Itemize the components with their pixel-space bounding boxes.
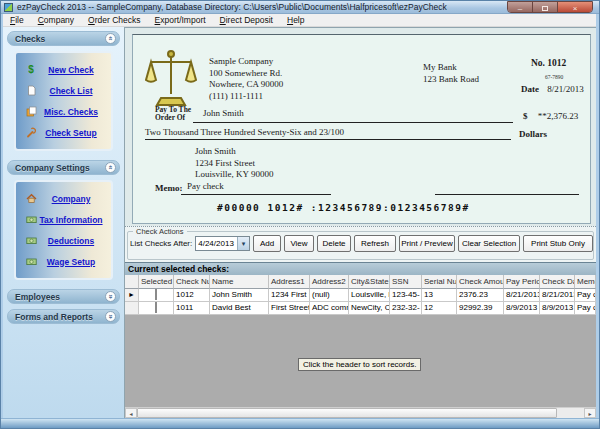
refresh-button[interactable]: Refresh xyxy=(354,235,396,252)
expand-chevron-icon[interactable]: « xyxy=(105,311,116,322)
column-header-pay-period[interactable]: Pay Period xyxy=(504,275,540,289)
cell-serial-num: 13 xyxy=(422,289,457,302)
selected-cell[interactable] xyxy=(139,289,174,302)
sidebar-item-new-check[interactable]: $New Check xyxy=(16,59,111,80)
list-checks-after-label: List Checks After: xyxy=(130,239,192,248)
column-header-check-dat[interactable]: Check Dat xyxy=(540,275,575,289)
cell-check-amount: 2376.23 xyxy=(457,289,504,302)
date-label: Date xyxy=(521,84,539,94)
collapse-chevron-icon[interactable]: « xyxy=(105,162,116,173)
memo-line: Pay check xyxy=(181,181,331,195)
add-button[interactable]: Add xyxy=(253,235,281,252)
sidebar-item-label: Misc. Checks xyxy=(37,107,111,117)
column-header-ssn[interactable]: SSN xyxy=(390,275,422,289)
scroll-left-icon[interactable]: ◂ xyxy=(125,408,137,418)
cell-check-amount: 92992.39 xyxy=(457,302,504,315)
menu-file[interactable]: File xyxy=(3,14,31,27)
column-header-selected[interactable]: Selected xyxy=(139,275,174,289)
table-row[interactable]: 1011David BestFirst StreetADC commNewCit… xyxy=(125,302,596,315)
close-button[interactable]: × xyxy=(558,2,592,13)
list-after-date-dropdown[interactable]: 4/24/2013 ▾ xyxy=(195,236,250,251)
print-preview-button[interactable]: Print / Preview xyxy=(399,235,455,252)
menu-company[interactable]: Company xyxy=(31,14,81,27)
view-button[interactable]: View xyxy=(284,235,314,252)
wrench-icon xyxy=(25,127,37,138)
collapse-chevron-icon[interactable]: « xyxy=(105,33,116,44)
bank-fraction: 67-7890 xyxy=(545,74,563,80)
amount-value: **2,376.23 xyxy=(538,111,579,121)
document-icon xyxy=(25,85,37,96)
row-indicator-cell xyxy=(125,302,139,315)
sidebar-item-misc-checks[interactable]: Misc. Checks xyxy=(16,101,111,122)
cell-check-nu: 1011 xyxy=(174,302,210,315)
sidebar-item-tax-information[interactable]: Tax Information xyxy=(16,209,111,230)
selected-cell[interactable] xyxy=(139,302,174,315)
amount-words-line: Two Thousand Three Hundred Seventy-Six a… xyxy=(145,127,511,140)
scrollbar-thumb[interactable] xyxy=(137,408,557,418)
scroll-right-icon[interactable]: ▸ xyxy=(584,408,596,418)
table-row[interactable]: ►1012John Smith1234 First St(null)Louisv… xyxy=(125,289,596,302)
delete-button[interactable]: Delete xyxy=(317,235,351,252)
horizontal-scrollbar[interactable]: ◂ ▸ xyxy=(125,407,596,418)
sidebar-item-wage-setup[interactable]: Wage Setup xyxy=(16,251,111,272)
column-header-serial-num[interactable]: Serial Num xyxy=(422,275,457,289)
sidebar-section-checks[interactable]: Checks« xyxy=(7,31,120,46)
maximize-button[interactable] xyxy=(533,2,558,13)
cell-memo: Pay c xyxy=(575,289,596,302)
column-header-address2[interactable]: Address2 xyxy=(310,275,349,289)
sidebar-item-label: Tax Information xyxy=(37,215,111,225)
check-preview-wrap: Sample Company 100 Somewhere Rd. Nowhere… xyxy=(125,28,596,224)
payee-line: John Smith xyxy=(193,108,513,123)
column-header-name[interactable]: Name xyxy=(210,275,269,289)
minimize-button[interactable]: – xyxy=(508,2,533,13)
expand-chevron-icon[interactable]: « xyxy=(105,291,116,302)
row-indicator-header[interactable] xyxy=(125,275,139,289)
amount-numeric: $ **2,376.23 xyxy=(523,111,578,121)
row-checkbox[interactable] xyxy=(155,302,157,313)
scrollbar-track[interactable] xyxy=(557,408,584,418)
sidebar-item-check-setup[interactable]: Check Setup xyxy=(16,122,111,143)
cell-ssn: 123-45- xyxy=(390,289,422,302)
chevron-down-icon[interactable]: ▾ xyxy=(237,237,249,250)
menu-direct-deposit[interactable]: Direct Deposit xyxy=(213,14,280,27)
amount-words: Two Thousand Three Hundred Seventy-Six a… xyxy=(145,127,344,137)
sidebar-item-label: New Check xyxy=(37,65,111,75)
memo-label: Memo: xyxy=(155,183,182,193)
section-title: Employees xyxy=(15,292,105,302)
column-header-memo[interactable]: Memo xyxy=(575,275,596,289)
sidebar-section-employees[interactable]: Employees« xyxy=(7,289,120,304)
sidebar-section-forms-and-reports[interactable]: Forms and Reports« xyxy=(7,309,120,324)
grid-header-row: SelectedCheck NuNameAddress1Address2City… xyxy=(125,275,596,289)
dollar-icon: $ xyxy=(25,64,37,75)
print-stub-only-button[interactable]: Print Stub Only xyxy=(523,235,593,252)
cell-ssn: 232-32- xyxy=(390,302,422,315)
sidebar-panel-checks: $New CheckCheck ListMisc. ChecksCheck Se… xyxy=(14,51,113,151)
clear-selection-button[interactable]: Clear Selection xyxy=(458,235,520,252)
payee-name: John Smith xyxy=(203,108,244,118)
menu-export-import[interactable]: Export/Import xyxy=(148,14,213,27)
date-dropdown-value: 4/24/2013 xyxy=(196,239,237,248)
column-header-city-state[interactable]: City&State xyxy=(349,275,390,289)
scales-logo-icon xyxy=(145,50,197,108)
sidebar-item-check-list[interactable]: Check List xyxy=(16,80,111,101)
payee-address-block: John Smith 1234 First Street Louisville,… xyxy=(195,146,273,181)
column-header-check-nu[interactable]: Check Nu xyxy=(174,275,210,289)
cell-check-dat: 8/21/2013 xyxy=(540,289,575,302)
sidebar-section-company-settings[interactable]: Company Settings« xyxy=(7,160,120,175)
sidebar-item-company[interactable]: Company xyxy=(16,188,111,209)
sort-tooltip: Click the header to sort records. xyxy=(298,358,421,371)
currency-symbol: $ xyxy=(523,111,528,121)
cell-name: John Smith xyxy=(210,289,269,302)
column-header-check-amount[interactable]: Check Amount xyxy=(457,275,504,289)
pay-to-label: Pay To The Order Of xyxy=(155,106,191,121)
sidebar-panel-company-settings: CompanyTax InformationDeductionsWage Set… xyxy=(14,180,113,280)
sidebar-item-deductions[interactable]: Deductions xyxy=(16,230,111,251)
menu-order-checks[interactable]: Order Checks xyxy=(81,14,147,27)
menu-help[interactable]: Help xyxy=(280,14,311,27)
cell-address1: First Street xyxy=(269,302,310,315)
row-checkbox[interactable] xyxy=(155,289,157,300)
cell-address1: 1234 First St xyxy=(269,289,310,302)
column-header-address1[interactable]: Address1 xyxy=(269,275,310,289)
sidebar: Checks«$New CheckCheck ListMisc. ChecksC… xyxy=(7,31,120,418)
sidebar-item-label: Company xyxy=(37,194,111,204)
